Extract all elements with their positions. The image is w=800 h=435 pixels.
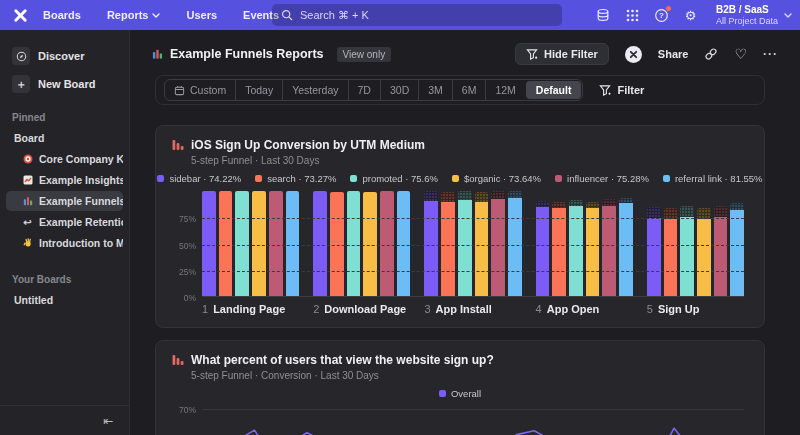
help-icon[interactable]: ?	[654, 8, 669, 23]
project-selector[interactable]: B2B / SaaS All Project Data	[716, 4, 792, 27]
step-label: 3 App Install	[424, 303, 521, 315]
settings-gear-icon[interactable]: ⚙	[683, 8, 698, 23]
date-range-option[interactable]: Custom	[165, 80, 235, 100]
chevron-down-icon	[784, 13, 792, 18]
sidebar-board-item[interactable]: Untitled	[6, 290, 123, 310]
funnel-icon	[526, 48, 538, 60]
filter-panel: Custom Today Yesterday 7D 30D	[155, 75, 765, 105]
legend-item[interactable]: $organic · 73.64%	[452, 173, 541, 184]
dropoff-cap	[491, 191, 505, 199]
dropoff-cap	[714, 206, 728, 217]
discover-label: Discover	[38, 50, 84, 62]
mixpanel-logo-icon[interactable]	[12, 7, 29, 24]
chevron-down-icon	[152, 13, 160, 18]
legend-swatch	[157, 175, 164, 182]
project-name: B2B / SaaS	[716, 4, 778, 16]
nav-item[interactable]: Reports	[107, 9, 161, 21]
funnel-chart-card: iOS Sign Up Conversion by UTM Medium 5-s…	[155, 125, 765, 328]
sidebar-item-discover[interactable]: Discover	[0, 42, 129, 70]
date-range-option[interactable]: 7D	[348, 80, 380, 100]
main-content: Example Funnels Reports View only Hide F…	[130, 30, 800, 435]
line-chart-card: What percent of users that view the webs…	[155, 340, 765, 435]
avatar[interactable]	[625, 46, 642, 63]
your-boards-section-label: Your Boards	[0, 254, 129, 289]
hide-filter-button[interactable]: Hide Filter	[515, 43, 609, 65]
date-range-control: Custom Today Yesterday 7D 30D	[164, 79, 583, 101]
project-scope: All Project Data	[716, 16, 778, 27]
date-range-option[interactable]: Yesterday	[282, 80, 347, 100]
sidebar-board-item[interactable]: ↩ Example Retention R...	[6, 212, 123, 232]
notification-dot	[666, 6, 671, 11]
legend-item[interactable]: referral link · 81.55%	[663, 173, 763, 184]
page-title: Example Funnels Reports	[170, 47, 324, 61]
dropoff-cap	[730, 203, 744, 210]
date-range-option[interactable]: 30D	[380, 80, 418, 100]
legend-item[interactable]: sidebar · 74.22%	[157, 173, 241, 184]
legend-swatch	[663, 175, 670, 182]
funnel-bar-plot: 75%50%25%0%	[202, 192, 744, 297]
dropoff-cap	[697, 208, 711, 219]
chart-title[interactable]: What percent of users that view the webs…	[191, 353, 494, 367]
date-range-option[interactable]: Today	[235, 80, 282, 100]
step-label: 1 Landing Page	[202, 303, 299, 315]
dart-icon	[22, 154, 33, 165]
collapse-sidebar-icon[interactable]: ⇤	[103, 414, 113, 428]
wave-icon	[22, 238, 33, 249]
legend-item[interactable]: influencer · 75.28%	[555, 173, 649, 184]
dropoff-cap	[680, 206, 694, 216]
dropoff-cap	[647, 207, 661, 218]
legend-item[interactable]: search · 73.27%	[255, 173, 336, 184]
sidebar-board-item[interactable]: Introduction to Mixpa...	[6, 233, 123, 253]
calendar-icon	[174, 85, 185, 96]
new-board-label: New Board	[38, 78, 95, 90]
step-label: 4 App Open	[536, 303, 633, 315]
chart-title[interactable]: iOS Sign Up Conversion by UTM Medium	[191, 138, 425, 152]
data-management-icon[interactable]	[596, 8, 611, 23]
sidebar-board-item[interactable]: Example Funnels Rep...	[6, 191, 123, 211]
chart-subtitle: 5-step Funnel · Conversion · Last 30 Day…	[191, 370, 748, 381]
sidebar: Discover ＋ New Board Pinned Board Core C…	[0, 30, 130, 435]
step-label: 5 Sign Up	[647, 303, 744, 315]
top-nav: Boards Reports Users Events Search ⌘ + K	[0, 0, 800, 30]
dropoff-cap	[475, 192, 489, 202]
view-only-badge: View only	[337, 47, 392, 62]
search-icon	[281, 9, 293, 21]
y-axis-tick: 75%	[172, 214, 196, 224]
legend-item[interactable]: promoted · 75.6%	[350, 173, 438, 184]
y-axis-tick: 0%	[172, 293, 196, 303]
dropoff-cap	[458, 191, 472, 200]
more-options-icon[interactable]: ···	[763, 47, 778, 61]
funnel-plus-icon	[599, 84, 611, 96]
chart-up-icon	[22, 175, 33, 186]
date-range-option[interactable]: 12M	[485, 80, 524, 100]
y-axis-tick: 70%	[172, 405, 196, 415]
sidebar-footer: ⇤	[0, 405, 129, 435]
y-axis-tick: 25%	[172, 267, 196, 277]
date-range-option[interactable]: Default	[526, 81, 582, 99]
y-axis-tick: 50%	[172, 241, 196, 251]
date-range-option[interactable]: 6M	[452, 80, 486, 100]
nav-item[interactable]: Boards	[43, 9, 81, 21]
nav-item[interactable]: Users	[186, 9, 217, 21]
chart-subtitle: 5-step Funnel · Last 30 Days	[191, 155, 748, 166]
search-input[interactable]: Search ⌘ + K	[272, 4, 562, 26]
legend-swatch	[350, 175, 357, 182]
share-button[interactable]: Share	[658, 48, 689, 60]
legend-swatch	[255, 175, 262, 182]
filter-button[interactable]: Filter	[599, 84, 644, 96]
apps-grid-icon[interactable]	[625, 8, 640, 23]
favorite-heart-icon[interactable]: ♡	[734, 46, 747, 62]
sidebar-board-item[interactable]: Core Company KPIs	[6, 149, 123, 169]
legend-swatch	[452, 175, 459, 182]
sidebar-item-new-board[interactable]: ＋ New Board	[0, 70, 129, 98]
sidebar-item-board[interactable]: Board	[6, 128, 123, 148]
sidebar-board-item[interactable]: Example Insights Rep...	[6, 170, 123, 190]
copy-link-icon[interactable]	[704, 47, 718, 61]
date-range-option[interactable]: 3M	[418, 80, 452, 100]
step-label: 2 Download Page	[313, 303, 410, 315]
board-header: Example Funnels Reports View only Hide F…	[130, 30, 800, 73]
svg-text:?: ?	[659, 11, 664, 20]
compass-icon	[12, 47, 30, 65]
dropoff-cap	[424, 191, 438, 201]
legend-item[interactable]: Overall	[439, 388, 481, 399]
